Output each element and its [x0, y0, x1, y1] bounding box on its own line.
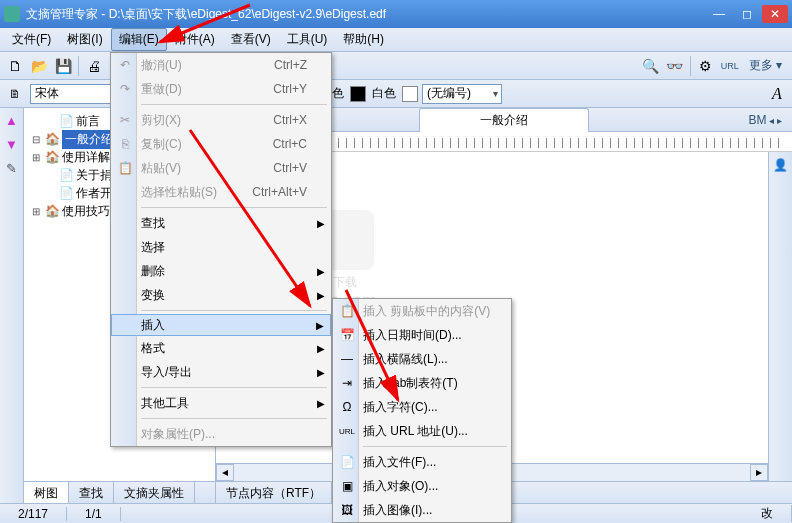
fgcolor-label: 白色 [370, 85, 398, 102]
titlebar: 文摘管理专家 - D:\桌面\安下载\eDigest_62\eDigest-v2… [0, 0, 792, 28]
more-button[interactable]: 更多 ▾ [743, 57, 788, 74]
print-icon[interactable]: 🖨 [83, 55, 105, 77]
save-icon[interactable]: 💾 [52, 55, 74, 77]
insert-char[interactable]: Ω插入字符(C)... [333, 395, 511, 419]
open-icon[interactable]: 📂 [28, 55, 50, 77]
menu-paste[interactable]: 📋粘贴(V)Ctrl+V [111, 156, 331, 180]
bookmark-icon[interactable]: BM ◂ ▸ [748, 113, 782, 127]
insert-object[interactable]: ▣插入对象(O)... [333, 474, 511, 498]
menu-cut[interactable]: ✂剪切(X)Ctrl+X [111, 108, 331, 132]
tab-rtf[interactable]: 节点内容（RTF） [216, 482, 332, 503]
insert-tab[interactable]: ⇥插入Tab制表符(T) [333, 371, 511, 395]
menu-help[interactable]: 帮助(H) [335, 28, 392, 51]
new-icon[interactable]: 🗋 [4, 55, 26, 77]
vt-edit-icon[interactable]: ✎ [2, 158, 22, 178]
insert-url[interactable]: URL插入 URL 地址(U)... [333, 419, 511, 443]
menu-find[interactable]: 查找▶ [111, 211, 331, 235]
vertical-toolbar: ▲ ▼ ✎ [0, 108, 24, 503]
menu-attach[interactable]: 附件(A) [167, 28, 223, 51]
status-left: 2/117 [0, 507, 67, 521]
menu-tools[interactable]: 工具(U) [279, 28, 336, 51]
insert-hr[interactable]: —插入横隔线(L)... [333, 347, 511, 371]
insert-file[interactable]: 📄插入文件(F)... [333, 450, 511, 474]
editor-vtoolbar: 👤 [768, 152, 792, 481]
menu-pastespecial[interactable]: 选择性粘贴(S)Ctrl+Alt+V [111, 180, 331, 204]
menu-undo[interactable]: ↶撤消(U)Ctrl+Z [111, 53, 331, 77]
menu-format[interactable]: 格式▶ [111, 336, 331, 360]
tab-props[interactable]: 文摘夹属性 [114, 482, 195, 503]
tab-search[interactable]: 查找 [69, 482, 114, 503]
maximize-button[interactable]: ◻ [734, 5, 760, 23]
menubar: 文件(F) 树图(I) 编辑(E) 附件(A) 查看(V) 工具(U) 帮助(H… [0, 28, 792, 52]
menu-othertools[interactable]: 其他工具▶ [111, 391, 331, 415]
tab-tree[interactable]: 树图 [24, 482, 69, 503]
menu-insert[interactable]: 插入▶ [111, 314, 331, 336]
menu-copy[interactable]: ⎘复制(C)Ctrl+C [111, 132, 331, 156]
insert-datetime[interactable]: 📅插入日期时间(D)... [333, 323, 511, 347]
left-tabs: 树图 查找 文摘夹属性 [24, 481, 215, 503]
insert-image[interactable]: 🖼插入图像(I)... [333, 498, 511, 522]
url-icon[interactable]: URL [719, 55, 741, 77]
number-combo[interactable]: (无编号) [422, 84, 502, 104]
bgcolor-swatch[interactable] [350, 86, 366, 102]
app-icon [4, 6, 20, 22]
doc-tab[interactable]: 一般介绍 [419, 108, 589, 132]
menu-file[interactable]: 文件(F) [4, 28, 59, 51]
menu-select[interactable]: 选择 [111, 235, 331, 259]
tool-icon[interactable]: ⚙ [695, 55, 717, 77]
window-title: 文摘管理专家 - D:\桌面\安下载\eDigest_62\eDigest-v2… [26, 6, 704, 23]
doc-icon[interactable]: 🗎 [4, 83, 26, 105]
menu-redo[interactable]: ↷重做(D)Ctrl+Y [111, 77, 331, 101]
binoc-icon[interactable]: 👓 [664, 55, 686, 77]
insert-submenu: 📋插入 剪贴板中的内容(V) 📅插入日期时间(D)... —插入横隔线(L)..… [332, 298, 512, 523]
close-button[interactable]: ✕ [762, 5, 788, 23]
menu-objprops[interactable]: 对象属性(P)... [111, 422, 331, 446]
find-icon[interactable]: 🔍 [640, 55, 662, 77]
menu-edit[interactable]: 编辑(E) [111, 28, 167, 51]
status-info-icon[interactable]: 改 [743, 505, 792, 522]
person-icon[interactable]: 👤 [773, 158, 788, 172]
font-style-icon[interactable]: A [766, 83, 788, 105]
vt-down-icon[interactable]: ▼ [2, 134, 22, 154]
menu-importexport[interactable]: 导入/导出▶ [111, 360, 331, 384]
menu-transform[interactable]: 变换▶ [111, 283, 331, 307]
status-right: 1/1 [67, 507, 121, 521]
menu-view[interactable]: 查看(V) [223, 28, 279, 51]
fgcolor-swatch[interactable] [402, 86, 418, 102]
menu-delete[interactable]: 删除▶ [111, 259, 331, 283]
insert-clipboard[interactable]: 📋插入 剪贴板中的内容(V) [333, 299, 511, 323]
edit-dropdown: ↶撤消(U)Ctrl+Z ↷重做(D)Ctrl+Y ✂剪切(X)Ctrl+X ⎘… [110, 52, 332, 447]
menu-tree[interactable]: 树图(I) [59, 28, 110, 51]
vt-up-icon[interactable]: ▲ [2, 110, 22, 130]
minimize-button[interactable]: — [706, 5, 732, 23]
